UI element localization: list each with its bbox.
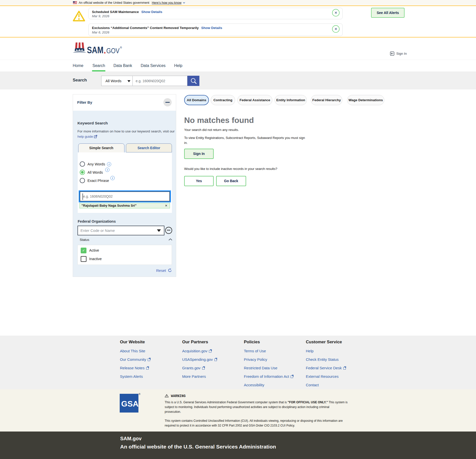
svg-text:GOV: GOV — [106, 46, 120, 55]
svg-text:®: ® — [120, 46, 122, 49]
svg-text:SAM: SAM — [87, 45, 103, 55]
